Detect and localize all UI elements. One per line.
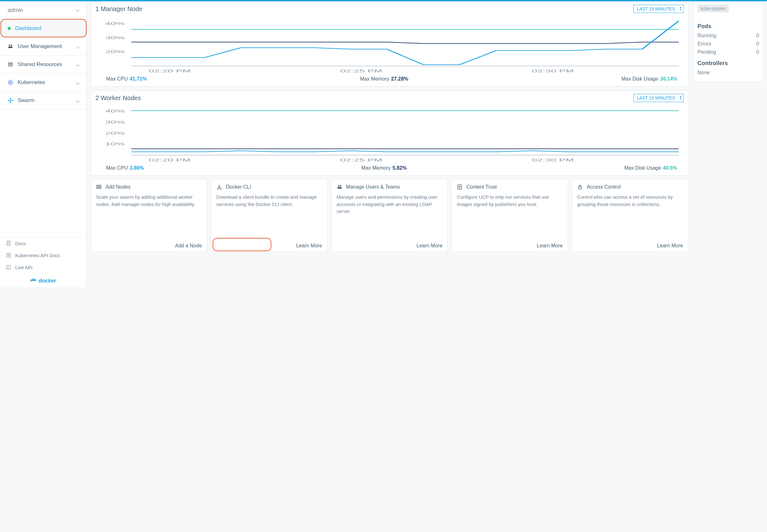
svg-rect-4	[9, 63, 12, 64]
svg-point-12	[12, 100, 13, 101]
tile-title: Docker CLI	[226, 184, 251, 190]
time-range-label: LAST 15 MINUTES	[637, 6, 675, 11]
controllers-none: None	[698, 70, 759, 76]
tile-body: Download a client bundle to create and m…	[216, 194, 322, 240]
svg-text:02:25 PM: 02:25 PM	[340, 69, 382, 73]
worker-disk-metric: Max Disk Usage40.6%	[624, 165, 677, 171]
manager-card-title: 1 Manager Node	[95, 5, 142, 13]
worker-card-title: 2 Worker Nodes	[95, 94, 141, 102]
svg-rect-47	[339, 187, 342, 189]
select-arrows-icon: ▴▾	[680, 95, 681, 100]
worker-memory-metric: Max Memory5.82%	[361, 165, 407, 171]
svg-rect-40	[97, 185, 98, 186]
chevron-down-icon	[76, 81, 79, 84]
api-icon	[6, 252, 11, 258]
svg-rect-17	[7, 253, 10, 257]
chevron-down-icon	[76, 99, 79, 102]
sidebar-item-label: Swarm	[18, 97, 34, 104]
manager-cpu-metric: Max CPU41.71%	[106, 76, 147, 82]
footer-link-live-api[interactable]: Live API	[0, 261, 87, 273]
kubernetes-icon	[8, 80, 13, 85]
chevron-down-icon	[76, 63, 79, 66]
footer-link-label: Kubernetes API Docs	[15, 253, 60, 258]
select-arrows-icon: ▴▾	[680, 6, 681, 11]
tile-add-nodes: Add Nodes Scale your swarm by adding add…	[91, 179, 207, 252]
tile-content-trust: Content Trust Configure UCP to only run …	[451, 179, 568, 252]
tile-action-learn-more[interactable]: Learn More	[457, 240, 563, 249]
certificate-icon	[457, 184, 462, 190]
swarm-icon	[8, 98, 13, 103]
manager-chart: 20%30%40%02:20 PM02:25 PM02:30 PM	[95, 14, 684, 74]
pods-running-row: Running0	[698, 33, 759, 39]
pods-errors-row: Errors0	[698, 41, 759, 47]
svg-marker-6	[8, 80, 13, 85]
footer-link-k8s-api[interactable]: Kubernetes API Docs	[0, 249, 87, 261]
tile-title: Content Trust	[466, 184, 497, 190]
manager-time-range-select[interactable]: LAST 15 MINUTES ▴▾	[633, 5, 684, 13]
svg-rect-42	[97, 187, 98, 189]
svg-text:02:30 PM: 02:30 PM	[532, 158, 574, 162]
tile-title: Add Nodes	[106, 184, 130, 190]
footer-link-label: Live API	[15, 265, 33, 270]
controllers-section-title: Controllers	[698, 60, 759, 67]
svg-point-7	[10, 82, 11, 83]
svg-point-11	[8, 100, 9, 101]
sidebar-item-user-management[interactable]: User Management	[0, 38, 87, 56]
svg-text:20%: 20%	[105, 131, 125, 135]
sidebar-item-label: User Management	[18, 43, 62, 50]
svg-rect-24	[33, 279, 34, 280]
tile-title: Access Control	[587, 184, 621, 190]
pods-section-title: Pods	[698, 23, 759, 30]
svg-text:10%: 10%	[105, 142, 125, 146]
sidebar-user-label: admin	[8, 7, 23, 14]
chevron-down-icon	[76, 45, 79, 48]
users-icon	[8, 44, 13, 49]
lock-icon	[577, 184, 583, 190]
sidebar-item-dashboard[interactable]: Dashboard	[0, 20, 87, 38]
svg-point-45	[340, 185, 341, 187]
stack-icon	[8, 62, 13, 67]
svg-text:02:20 PM: 02:20 PM	[149, 158, 191, 162]
main-content: 1 Manager Node LAST 15 MINUTES ▴▾ 20%30%…	[87, 1, 767, 287]
footer-link-label: Docs	[15, 241, 26, 246]
svg-rect-23	[32, 279, 33, 280]
tile-access-control: Access Control Control who can access a …	[572, 179, 688, 252]
svg-point-10	[10, 102, 11, 103]
sidebar: admin Dashboard User Management	[0, 1, 87, 287]
sidebar-item-shared-resources[interactable]: Shared Resources	[0, 56, 87, 74]
svg-rect-43	[100, 187, 101, 189]
manager-memory-metric: Max Memory27.28%	[360, 76, 408, 82]
sidebar-item-label: Dashboard	[15, 25, 41, 32]
document-icon	[6, 240, 11, 246]
time-range-label: LAST 15 MINUTES	[637, 95, 675, 100]
tile-action-add-node[interactable]: Add a Node	[96, 240, 202, 249]
svg-text:30%: 30%	[105, 36, 125, 40]
svg-rect-5	[9, 65, 12, 66]
sidebar-item-label: Kubernetes	[18, 79, 45, 86]
download-icon	[216, 184, 222, 190]
tile-action-learn-more[interactable]: Learn More	[216, 240, 322, 249]
namespace-chip[interactable]: kube-system	[698, 5, 729, 12]
tile-action-learn-more[interactable]: Learn More	[337, 240, 443, 249]
svg-text:40%: 40%	[105, 22, 125, 26]
tile-body: Configure UCP to only run services that …	[457, 194, 563, 240]
svg-point-49	[459, 186, 461, 188]
info-tiles-row: Add Nodes Scale your swarm by adding add…	[91, 179, 688, 252]
svg-rect-48	[458, 185, 462, 189]
svg-text:02:20 PM: 02:20 PM	[149, 69, 191, 73]
live-api-icon	[6, 264, 11, 270]
footer-link-docs[interactable]: Docs	[0, 237, 87, 249]
svg-text:40%: 40%	[105, 109, 125, 113]
tile-body: Manage users and permissions by creating…	[337, 194, 443, 240]
docker-logo: docker	[0, 273, 87, 287]
svg-text:30%: 30%	[105, 120, 125, 124]
chevron-down-icon	[76, 8, 79, 11]
tile-action-learn-more[interactable]: Learn More	[577, 240, 683, 249]
worker-time-range-select[interactable]: LAST 15 MINUTES ▴▾	[633, 94, 684, 102]
sidebar-item-swarm[interactable]: Swarm	[0, 92, 87, 110]
worker-nodes-card: 2 Worker Nodes LAST 15 MINUTES ▴▾ 10%20%…	[91, 90, 688, 176]
sidebar-item-kubernetes[interactable]: Kubernetes	[0, 74, 87, 92]
manager-disk-metric: Max Disk Usage36.14%	[621, 76, 677, 82]
sidebar-user-menu[interactable]: admin	[0, 1, 87, 20]
worker-cpu-metric: Max CPU3.86%	[106, 165, 144, 171]
